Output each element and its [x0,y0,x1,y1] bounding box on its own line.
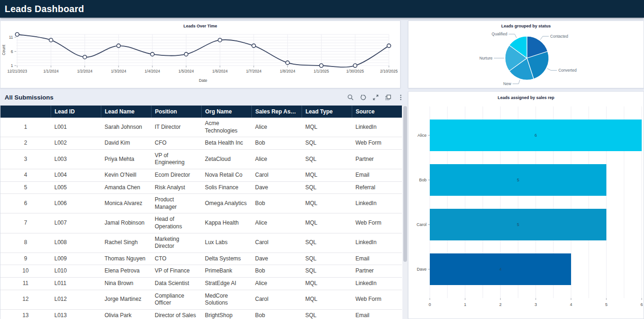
data-point[interactable] [218,38,222,42]
table-cell: Email [352,169,402,181]
bar-category-label: Carol [416,222,427,227]
table-cell: SQL [302,181,352,194]
data-point[interactable] [151,53,154,56]
data-point[interactable] [15,33,19,36]
pie-label: Converted [559,68,577,73]
duplicate-button[interactable] [383,93,393,101]
column-header[interactable]: Position [151,106,201,118]
table-toolbar [346,93,405,101]
table-cell: Lux Labs [201,233,251,253]
table-cell: VP of Finance [151,265,201,278]
table-cell: LinkedIn [352,194,402,213]
svg-text:1/6/2024: 1/6/2024 [212,69,228,73]
table-cell: Compliance Officer [151,290,201,309]
table-cell: Data Scientist [151,277,201,290]
data-point[interactable] [184,53,188,56]
duplicate-icon [385,94,392,101]
table-cell: David Kim [101,137,151,150]
row-number-cell: 1 [0,118,51,137]
table-cell: L004 [51,169,101,181]
table-cell: Carol [251,169,302,181]
data-point[interactable] [320,64,323,67]
row-number-cell: 4 [0,169,51,181]
column-header[interactable]: Lead ID [51,106,101,118]
table-cell: MQL [302,118,352,137]
table-row[interactable]: 10L010Elena PetrovaVP of FinancePrimeBan… [0,265,402,278]
svg-text:1/4/2024: 1/4/2024 [145,69,160,73]
line-gridlines [16,34,389,67]
data-point[interactable] [387,44,391,47]
table-cell: SQL [302,309,352,319]
bar-value-label: 6 [534,133,537,138]
table-cell: Priya Mehta [101,149,151,169]
svg-text:1/7/2024: 1/7/2024 [246,69,262,73]
table-row[interactable]: 7L007Jamal RobinsonHead of OperationsKap… [0,213,402,233]
table-cell: LinkedIn [352,233,402,253]
app-header: Leads Dashboard [0,0,644,18]
svg-text:1/1/2024: 1/1/2024 [43,69,59,73]
table-cell: L007 [51,213,101,233]
table-row[interactable]: 13L013Olivia ParkDirector of SalesBright… [0,309,402,319]
table-row[interactable]: 3L003Priya MehtaVP of EngineeringZetaClo… [0,149,402,169]
pie-label: New [503,81,512,86]
line-chart[interactable]: 161112/21/20231/1/20241/2/20241/3/20241/… [0,21,400,88]
column-header[interactable]: Lead Type [302,106,352,118]
svg-text:1/2/2024: 1/2/2024 [77,69,92,73]
table-cell: Olivia Park [101,309,151,319]
table-row[interactable]: 8L008Rachel SinghMarketing DirectorLux L… [0,233,402,253]
data-point[interactable] [286,61,289,65]
row-number-cell: 13 [0,309,51,319]
pie-label-connector [547,68,557,70]
leads-by-status-panel: Leads grouped by statusContactedConverte… [408,20,644,88]
refresh-button[interactable] [358,93,368,101]
row-number-cell: 2 [0,137,51,150]
table-cell: L008 [51,233,101,253]
column-header[interactable]: Org Name [201,106,251,118]
table-cell: Email [352,253,402,265]
pie-chart[interactable]: Leads grouped by statusContactedConverte… [408,21,644,88]
table-cell: PrimeBank [201,265,251,278]
table-cell: L002 [51,137,101,150]
data-point[interactable] [49,38,53,42]
row-number-cell: 7 [0,213,51,233]
column-header[interactable]: Source [352,106,402,118]
table-scrollbar[interactable] [402,105,408,319]
chart-title: Leads assigned by sales rep [498,95,555,100]
table-cell: Alice [251,213,302,233]
table-row[interactable]: 11L011Nina BrownData ScientistStratEdge … [0,277,402,290]
table-header-bar: All Submissions [0,89,408,105]
maximize-button[interactable] [371,93,380,101]
data-point[interactable] [252,44,256,47]
row-number-cell: 10 [0,265,51,278]
table-row[interactable]: 5L005Amanda ChenRisk AnalystSolis Financ… [0,181,402,194]
table-cell: L009 [51,253,101,265]
bar-chart[interactable]: Leads assigned by sales rep0123456AliceB… [408,92,644,319]
search-button[interactable] [346,93,355,101]
column-header[interactable]: Sales Rep Assig... [251,106,302,118]
svg-text:1: 1 [464,302,466,307]
table-cell: Bob [251,309,302,319]
data-point[interactable] [83,55,86,59]
table-row[interactable]: 12L012Jorge MartinezCompliance OfficerMe… [0,290,402,309]
table-row[interactable]: 9L009Thomas NguyenCTODelta SystemsDaveSQ… [0,253,402,265]
all-submissions-section: All Submissions [0,89,408,319]
more-options-button[interactable] [396,93,405,101]
table-row[interactable]: 2L002David KimCFOBeta Health IncBobSQLWe… [0,137,402,150]
data-point[interactable] [353,64,357,67]
chart-title: Leads grouped by status [501,24,551,28]
table-row[interactable]: 4L004Kevin O'NeillEcom DirectorNova Reta… [0,169,402,181]
table-row[interactable]: 1L001Sarah JohnsonIT DirectorAcme Techno… [0,118,402,137]
row-number-column-header[interactable] [0,106,51,118]
pie-label-connector [509,34,517,38]
pie-label: Nurture [480,56,493,60]
table-cell: Amanda Chen [101,181,151,194]
data-point[interactable] [117,44,120,47]
table-cell: Solis Finance [201,181,251,194]
submissions-table: Lead IDLead NamePositionOrg NameSales Re… [0,106,402,319]
svg-text:1/5/2024: 1/5/2024 [178,69,194,73]
table-cell: Product Manager [151,194,201,213]
column-header[interactable]: Lead Name [101,106,151,118]
chart-title: Leads Over Time [184,24,217,28]
scrollbar-thumb[interactable] [403,106,407,262]
table-row[interactable]: 6L006Monica AlvarezProduct ManagerOmega … [0,194,402,213]
